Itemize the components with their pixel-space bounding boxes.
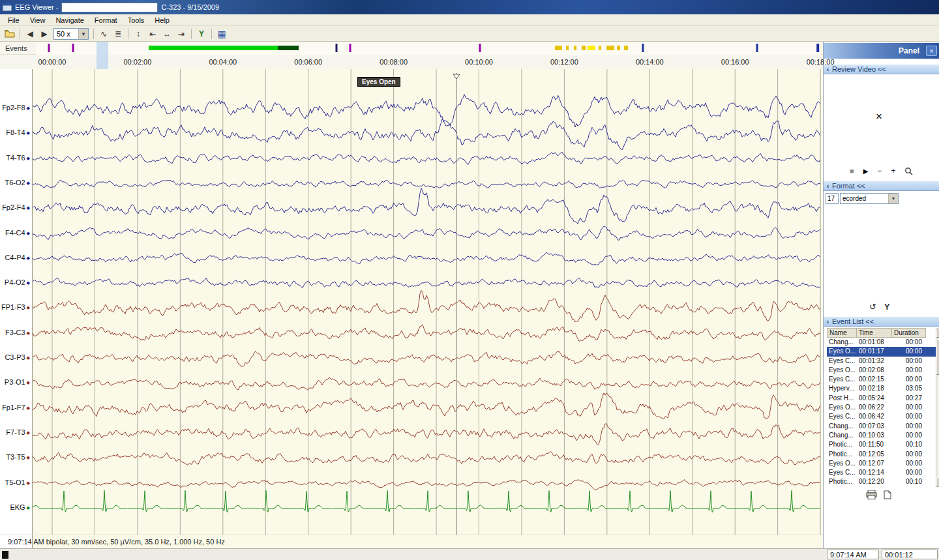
scroll-down-icon[interactable]: ▼ bbox=[936, 477, 939, 486]
filter-icon[interactable]: Y bbox=[884, 302, 890, 312]
panel-close-button[interactable]: × bbox=[926, 46, 937, 56]
scrollbar-thumb[interactable] bbox=[936, 339, 939, 375]
channel-label-f3-c3[interactable]: F3-C3◆ bbox=[0, 329, 30, 336]
jump-start-button[interactable]: ⇤ bbox=[145, 27, 160, 40]
filter-tool-icon[interactable]: Y bbox=[194, 27, 209, 40]
event-marker[interactable] bbox=[335, 44, 337, 52]
event-row[interactable]: Eyes O...00:06:2200:00 bbox=[827, 403, 936, 412]
taskbar-icon[interactable] bbox=[2, 551, 8, 559]
event-marker[interactable] bbox=[72, 44, 74, 52]
channel-label-f8-t4[interactable]: F8-T4◆ bbox=[0, 128, 30, 136]
event-marker[interactable] bbox=[350, 44, 351, 52]
event-marker[interactable] bbox=[582, 46, 586, 50]
format-header[interactable]: ‹ Format << bbox=[824, 181, 939, 191]
collapse-icon[interactable]: ‹ bbox=[824, 317, 832, 325]
event-list-header[interactable]: ‹ Event List << bbox=[824, 316, 939, 327]
event-row[interactable]: Hyperv...00:02:1803:05 bbox=[827, 384, 936, 393]
collapse-icon[interactable]: ‹ bbox=[824, 65, 832, 73]
cursor-line[interactable] bbox=[456, 73, 457, 535]
report-icon[interactable] bbox=[884, 490, 891, 502]
event-row[interactable]: Eyes C...00:02:1500:00 bbox=[827, 375, 936, 384]
timebase-select[interactable]: 50 x ▾ bbox=[53, 28, 89, 40]
patient-name-field[interactable] bbox=[61, 3, 158, 12]
event-marker[interactable] bbox=[756, 44, 758, 52]
event-marker[interactable] bbox=[566, 46, 569, 50]
channel-label-fp2-f4[interactable]: Fp2-F4◆ bbox=[0, 203, 30, 211]
undo-icon[interactable]: ↺ bbox=[869, 302, 876, 312]
event-row[interactable]: Eyes O...00:02:0800:00 bbox=[827, 366, 936, 375]
event-marker[interactable] bbox=[555, 46, 562, 50]
menu-item-format[interactable]: Format bbox=[89, 15, 123, 25]
event-marker[interactable] bbox=[624, 46, 627, 50]
dropdown-arrow-icon[interactable]: ▾ bbox=[78, 29, 88, 39]
menu-item-navigate[interactable]: Navigate bbox=[50, 15, 89, 25]
event-row[interactable]: Eyes C...00:01:3200:00 bbox=[827, 357, 936, 366]
jump-end-button[interactable]: ⇥ bbox=[174, 27, 188, 40]
review-video-header[interactable]: ‹ Review Video << bbox=[824, 64, 939, 74]
event-row[interactable]: Photic...00:11:5000:10 bbox=[827, 440, 936, 449]
menu-item-help[interactable]: Help bbox=[149, 15, 175, 25]
channel-label-t6-o2[interactable]: T6-O2◆ bbox=[0, 179, 30, 186]
play-button[interactable]: ▶ bbox=[863, 168, 869, 175]
format-value-field[interactable]: 17 bbox=[826, 193, 839, 204]
event-marker[interactable] bbox=[278, 46, 299, 50]
event-marker[interactable] bbox=[606, 46, 614, 50]
menu-item-view[interactable]: View bbox=[25, 15, 51, 25]
dropdown-arrow-icon[interactable]: ▾ bbox=[888, 194, 898, 203]
event-list-column-time[interactable]: Time bbox=[857, 328, 892, 338]
event-row[interactable]: Post H...00:05:2400:27 bbox=[827, 394, 936, 403]
span-tool-icon[interactable]: ↔ bbox=[160, 27, 174, 40]
timeline[interactable]: 00:00:0000:02:0000:04:0000:06:0000:08:00… bbox=[0, 55, 823, 69]
channel-label-p3-o1[interactable]: P3-O1◆ bbox=[0, 378, 30, 386]
menu-item-file[interactable]: File bbox=[3, 15, 25, 25]
event-row[interactable]: Chang...00:01:0800:00 bbox=[827, 338, 936, 347]
stop-button[interactable]: ■ bbox=[850, 167, 854, 175]
grid-view-icon[interactable]: ▦ bbox=[215, 27, 229, 40]
channel-label-t5-o1[interactable]: T5-O1◆ bbox=[0, 479, 30, 486]
montage-tool-icon[interactable]: ≣ bbox=[111, 27, 125, 40]
event-marker[interactable] bbox=[817, 44, 820, 52]
channel-label-ekg[interactable]: EKG◆ bbox=[0, 503, 30, 511]
event-row[interactable]: Eyes O...00:01:1700:00 bbox=[827, 347, 936, 356]
events-strip[interactable] bbox=[36, 42, 820, 55]
channel-label-f4-c4[interactable]: F4-C4◆ bbox=[0, 229, 30, 237]
prev-page-button[interactable]: ◀ bbox=[23, 27, 37, 40]
event-marker[interactable] bbox=[617, 46, 619, 50]
print-icon[interactable] bbox=[866, 490, 877, 502]
channel-label-c3-p3[interactable]: C3-P3◆ bbox=[0, 353, 30, 361]
channel-label-fp1-f7[interactable]: Fp1-F7◆ bbox=[0, 404, 30, 411]
eeg-chart[interactable]: Fp2-F8◆F8-T4◆T4-T6◆T6-O2◆Fp2-F4◆F4-C4◆C4… bbox=[0, 69, 823, 548]
channel-label-t3-t5[interactable]: T3-T5◆ bbox=[0, 453, 30, 461]
channel-label-t4-t6[interactable]: T4-T6◆ bbox=[0, 154, 30, 162]
event-marker[interactable] bbox=[479, 44, 481, 52]
view-position-indicator[interactable] bbox=[97, 42, 108, 69]
channel-label-fp2-f8[interactable]: Fp2-F8◆ bbox=[0, 104, 30, 111]
event-list-column-duration[interactable]: Duration bbox=[892, 328, 926, 338]
collapse-icon[interactable]: ‹ bbox=[824, 182, 832, 190]
event-row[interactable]: Photic...00:12:2000:10 bbox=[827, 477, 936, 486]
wave-tool-icon[interactable]: ∿ bbox=[97, 27, 111, 40]
event-row[interactable]: Eyes C...00:06:4200:00 bbox=[827, 412, 936, 421]
event-list-scrollbar[interactable]: ▲ ▼ bbox=[936, 328, 939, 487]
event-marker[interactable] bbox=[599, 46, 601, 50]
event-marker[interactable] bbox=[48, 44, 50, 52]
zoom-in-button[interactable]: + bbox=[891, 166, 895, 175]
event-row[interactable]: Photic...00:12:0500:00 bbox=[827, 450, 936, 459]
next-page-button[interactable]: ▶ bbox=[37, 27, 52, 40]
event-row[interactable]: Chang...00:10:0300:00 bbox=[827, 431, 936, 440]
event-marker[interactable] bbox=[642, 44, 644, 52]
cursor-marker-icon[interactable] bbox=[453, 70, 460, 82]
event-list-column-name[interactable]: Name bbox=[827, 328, 857, 338]
magnifier-icon[interactable] bbox=[904, 167, 913, 175]
event-row[interactable]: Eyes O...00:12:0700:00 bbox=[827, 459, 936, 468]
montage-select[interactable]: ecorded ▾ bbox=[840, 193, 899, 204]
zoom-out-button[interactable]: − bbox=[877, 166, 882, 175]
event-row[interactable]: Chang...00:07:0300:00 bbox=[827, 422, 936, 431]
channel-label-p4-o2[interactable]: P4-O2◆ bbox=[0, 278, 30, 286]
open-file-button[interactable] bbox=[3, 27, 17, 40]
event-marker[interactable] bbox=[574, 46, 576, 50]
event-marker[interactable] bbox=[588, 46, 595, 50]
scroll-up-icon[interactable]: ▲ bbox=[936, 329, 939, 338]
channel-label-c4-p4[interactable]: C4-P4◆ bbox=[0, 254, 30, 261]
event-marker[interactable] bbox=[149, 46, 299, 50]
